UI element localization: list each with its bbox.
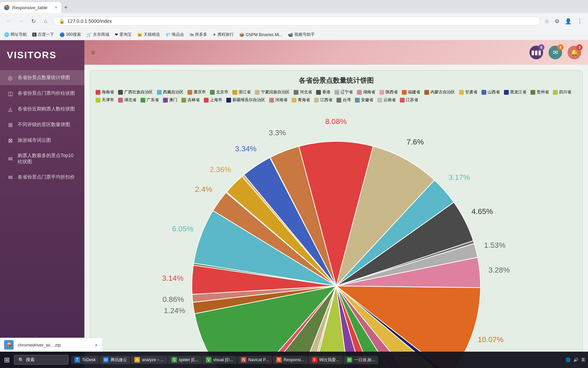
legend-color-swatch [459,90,464,95]
legend-label: 西藏自治区 [163,89,183,95]
pie-label: 2.36% [210,165,231,174]
taskbar-app-icon: T [75,357,80,363]
legend-color-swatch [96,98,100,103]
taskbar-app-label: ToDesk [82,357,96,362]
start-button[interactable]: ⊞ [0,356,14,364]
legend-label: 黑龙江省 [510,89,526,95]
legend-item: 广东省 [141,97,159,103]
legend-color-swatch [204,98,209,103]
profile-btn[interactable]: 👤 [564,17,573,26]
search-label: 搜索 [26,357,35,363]
legend-label: 江西省 [320,97,332,103]
legend-item: 香港 [316,89,330,95]
home-button[interactable]: ⌂ [41,16,50,26]
bookmark-item[interactable]: 📹 视频号助手 [288,32,315,37]
taskbar-app-icon: S [172,357,177,363]
extensions-btn[interactable]: ⚙ [553,17,561,26]
bookmark-item[interactable]: 💎 唯品会 [165,32,184,37]
legend-color-swatch [337,98,341,103]
reload-button[interactable]: ↻ [29,16,38,26]
hamburger-menu[interactable]: ≡ [91,49,95,57]
back-button[interactable]: ← [4,16,14,26]
bookmark-item[interactable]: 🌐 网址导航 [4,32,27,37]
bookmark-item[interactable]: ✈ 携程旅行 [213,32,234,37]
bookmark-item[interactable]: 🅱 百度一下 [32,32,54,37]
legend-item: 江西省 [314,97,332,103]
taskbar-app-item[interactable]: NNavicat P... [238,356,272,364]
taskbar-app-icon: N [241,357,246,363]
legend-color-swatch [355,98,360,103]
legend-label: 云南省 [383,97,396,103]
pie-chart-area: 8.08%7.6%3.17%4.65%1.53%3.28%10.07%0.56%… [96,107,577,368]
legend-item: 吉林省 [181,97,200,103]
bookmark-item[interactable]: 📦 CNPM Binaries Mi... [239,32,282,37]
bookmark-item[interactable]: 🔵 360搜索 [60,32,81,37]
legend-color-swatch [96,90,100,95]
taskbar-app-item[interactable]: RResponsi... [273,356,308,364]
windows-taskbar: ⊞ 🔍 搜索 TToDeskW腾讯微云Aanalyze – ...Sspider… [0,352,588,368]
nav-item-buyers[interactable]: ◬ 各省份近期购票人数柱状图 [0,102,84,117]
discount-icon: ✉ [7,174,14,181]
rating-pie-icon: ⊞ [7,121,14,128]
taskbar-app-item[interactable]: Aanalyze – ... [131,356,167,364]
bookmark-btn[interactable]: ☆ [543,17,551,26]
bell-btn[interactable]: 🔔 3 [568,46,581,59]
menu-btn[interactable]: ⋮ [576,17,584,26]
taskbar-app-item[interactable]: TToDesk [71,356,99,364]
nav-item-bar-chart[interactable]: ◫ 各省份景点门票均价柱状图 [0,86,84,101]
new-tab-button[interactable]: + [61,4,70,11]
bookmark-item[interactable]: 🛒 京东商城 [86,32,109,37]
nav-label-1: 各省份景点门票均价柱状图 [18,90,75,96]
taskbar-search[interactable]: 🔍 搜索 [14,355,68,365]
legend-color-swatch [294,90,298,95]
nav-item-rating-pie[interactable]: ⊞ 不同评级的景区数量饼图 [0,117,84,132]
pie-chart-icon: ◎ [7,74,14,81]
legend-color-swatch [163,98,168,103]
forward-button[interactable]: → [16,16,26,26]
legend-item: 广西壮族自治区 [118,89,153,95]
nav-item-top10[interactable]: ✉ 购票人数最多的景点Top10柱状图 [0,149,84,169]
messages-btn[interactable]: ▮▮▮ 8 [529,46,543,59]
legend-label: 宁夏回族自治区 [261,89,290,95]
nav-item-wordcloud[interactable]: ⊠ 旅游城市词云图 [0,133,84,148]
browser-tab[interactable]: Responsive_table × [0,2,61,13]
top10-icon: ✉ [7,155,14,162]
bookmark-item[interactable]: ❤ 爱淘宝 [115,32,132,37]
download-bar: 📦 chromedriver_wi....zip ∧ [0,338,102,352]
legend-color-swatch [292,98,296,103]
taskbar-app-icon: V [206,357,211,363]
bookmark-item[interactable]: 🛍 拼多多 [190,32,207,37]
taskbar-app-icon: 9 [312,357,317,363]
legend-item: 安徽省 [355,97,373,103]
legend-label: 海南省 [102,89,114,95]
legend-label: 河北省 [300,89,312,95]
email-btn[interactable]: ✉ 4 [549,46,562,59]
download-close-btn[interactable]: ∧ [95,342,98,348]
nav-item-pie-chart[interactable]: ◎ 各省份景点数量统计饼图 [0,70,84,85]
legend-label: 河南省 [275,97,288,103]
legend-color-swatch [157,90,162,95]
pie-label: 1.24% [164,306,185,315]
taskbar-app-item[interactable]: Vvisual [E\... [202,356,237,364]
lock-icon: 🔒 [59,18,65,24]
app-header: ≡ ▮▮▮ 8 ✉ 4 🔔 3 [84,40,588,65]
legend-label: 甘肃省 [465,89,477,95]
taskbar-network-icon: 🌐 [566,357,571,362]
legend-item: 辽宁省 [334,89,353,95]
legend-label: 陕西省 [386,89,398,95]
legend-color-swatch [334,90,339,95]
legend-label: 安徽省 [361,97,373,103]
nav-item-discount[interactable]: ✉ 各省份景点门票平均折扣价 [0,170,84,185]
bookmark-item[interactable]: 🐱 天猫精选 [137,32,160,37]
taskbar-app-item[interactable]: W腾讯微云 [100,356,130,364]
taskbar-app-item[interactable]: Sspider [E... [168,356,202,364]
taskbar-app-icon: W [103,357,109,363]
legend-color-swatch [402,90,407,95]
legend-item: 澳门 [163,97,177,103]
address-bar[interactable]: 🔒 127.0.0.1:5000/index [53,17,540,26]
taskbar-app-item[interactable]: 旅一日游,旅... [343,356,378,364]
taskbar-app-item[interactable]: 999次我爱... [308,356,343,364]
tab-close-btn[interactable]: × [55,5,57,10]
taskbar-sound-icon: 🔊 [573,357,578,362]
wordcloud-icon: ⊠ [7,137,14,144]
